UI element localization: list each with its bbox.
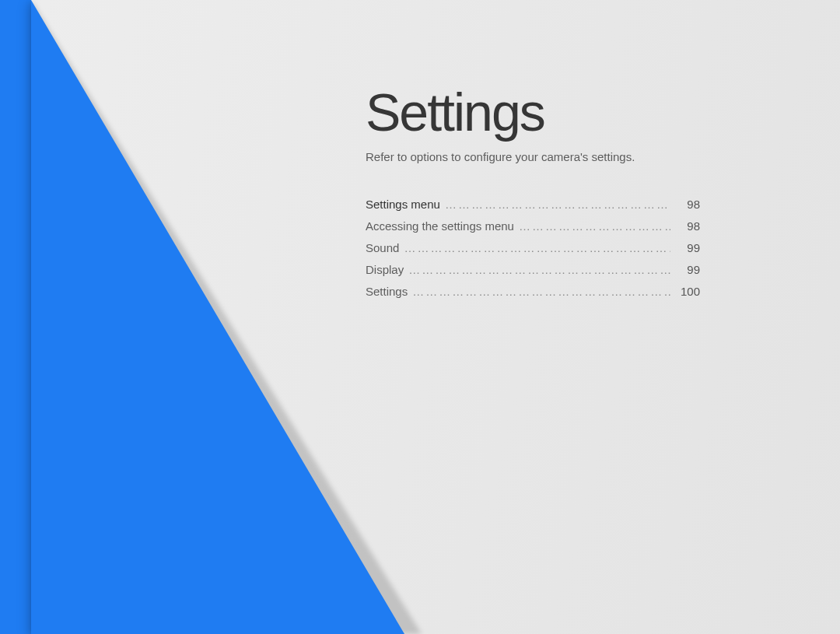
content-block: Settings Refer to options to configure y… bbox=[366, 82, 770, 306]
toc-page-number: 98 bbox=[675, 219, 700, 233]
toc-row[interactable]: Sound 99 bbox=[366, 241, 700, 254]
toc-row[interactable]: Settings menu 98 bbox=[366, 198, 700, 211]
toc-label: Settings menu bbox=[366, 198, 440, 211]
page-title: Settings bbox=[366, 82, 770, 142]
toc-dot-leader bbox=[519, 219, 670, 233]
toc-dot-leader bbox=[445, 198, 670, 211]
toc-dot-leader bbox=[404, 241, 670, 254]
toc-row[interactable]: Display 99 bbox=[366, 263, 700, 276]
toc-dot-leader bbox=[412, 285, 670, 298]
toc-page-number: 99 bbox=[675, 263, 700, 276]
table-of-contents: Settings menu 98 Accessing the settings … bbox=[366, 198, 700, 298]
toc-page-number: 100 bbox=[675, 285, 700, 298]
toc-row[interactable]: Accessing the settings menu 98 bbox=[366, 219, 700, 233]
toc-row[interactable]: Settings 100 bbox=[366, 285, 700, 298]
toc-page-number: 98 bbox=[675, 198, 700, 211]
document-page: Settings Refer to options to configure y… bbox=[31, 0, 840, 634]
page-subtitle: Refer to options to configure your camer… bbox=[366, 150, 770, 163]
toc-label: Settings bbox=[366, 285, 408, 298]
toc-label: Accessing the settings menu bbox=[366, 219, 514, 233]
toc-page-number: 99 bbox=[675, 241, 700, 254]
toc-label: Display bbox=[366, 263, 404, 276]
toc-label: Sound bbox=[366, 241, 399, 254]
toc-dot-leader bbox=[408, 263, 670, 276]
page-fold bbox=[31, 0, 404, 634]
